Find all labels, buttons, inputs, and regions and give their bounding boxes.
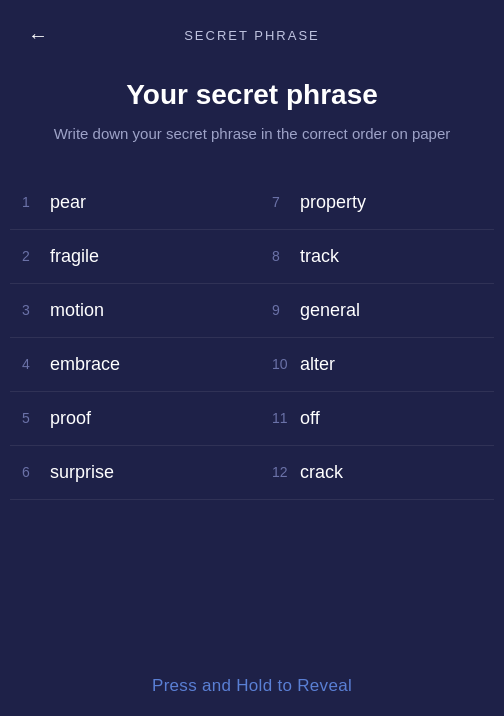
list-item: 4 embrace bbox=[10, 338, 252, 392]
hero-subtitle: Write down your secret phrase in the cor… bbox=[40, 123, 464, 146]
word-number: 2 bbox=[22, 248, 50, 264]
word-text: embrace bbox=[50, 354, 120, 375]
footer: Press and Hold to Reveal bbox=[0, 656, 504, 716]
list-item: 5 proof bbox=[10, 392, 252, 446]
word-number: 5 bbox=[22, 410, 50, 426]
words-col-left: 1 pear 2 fragile 3 motion 4 embrace 5 pr… bbox=[10, 176, 252, 500]
list-item: 3 motion bbox=[10, 284, 252, 338]
reveal-button[interactable]: Press and Hold to Reveal bbox=[152, 676, 352, 696]
words-col-right: 7 property 8 track 9 general 10 alter 11… bbox=[252, 176, 494, 500]
word-number: 6 bbox=[22, 464, 50, 480]
list-item: 1 pear bbox=[10, 176, 252, 230]
list-item: 6 surprise bbox=[10, 446, 252, 500]
word-text: track bbox=[300, 246, 339, 267]
hero-section: Your secret phrase Write down your secre… bbox=[0, 59, 504, 176]
word-text: general bbox=[300, 300, 360, 321]
word-text: proof bbox=[50, 408, 91, 429]
word-text: surprise bbox=[50, 462, 114, 483]
word-number: 7 bbox=[272, 194, 300, 210]
header: ← SECRET PHRASE bbox=[0, 0, 504, 59]
list-item: 12 crack bbox=[252, 446, 494, 500]
list-item: 7 property bbox=[252, 176, 494, 230]
word-number: 10 bbox=[272, 356, 300, 372]
word-number: 4 bbox=[22, 356, 50, 372]
word-number: 1 bbox=[22, 194, 50, 210]
word-number: 3 bbox=[22, 302, 50, 318]
back-button[interactable]: ← bbox=[20, 20, 56, 51]
words-grid: 1 pear 2 fragile 3 motion 4 embrace 5 pr… bbox=[10, 176, 494, 500]
list-item: 9 general bbox=[252, 284, 494, 338]
header-title: SECRET PHRASE bbox=[184, 28, 320, 43]
list-item: 11 off bbox=[252, 392, 494, 446]
word-text: pear bbox=[50, 192, 86, 213]
word-number: 8 bbox=[272, 248, 300, 264]
back-icon: ← bbox=[28, 24, 48, 46]
word-number: 12 bbox=[272, 464, 300, 480]
word-number: 11 bbox=[272, 410, 300, 426]
word-text: property bbox=[300, 192, 366, 213]
word-number: 9 bbox=[272, 302, 300, 318]
word-text: off bbox=[300, 408, 320, 429]
word-text: crack bbox=[300, 462, 343, 483]
hero-title: Your secret phrase bbox=[40, 79, 464, 111]
word-text: motion bbox=[50, 300, 104, 321]
list-item: 10 alter bbox=[252, 338, 494, 392]
word-text: fragile bbox=[50, 246, 99, 267]
list-item: 8 track bbox=[252, 230, 494, 284]
list-item: 2 fragile bbox=[10, 230, 252, 284]
word-text: alter bbox=[300, 354, 335, 375]
